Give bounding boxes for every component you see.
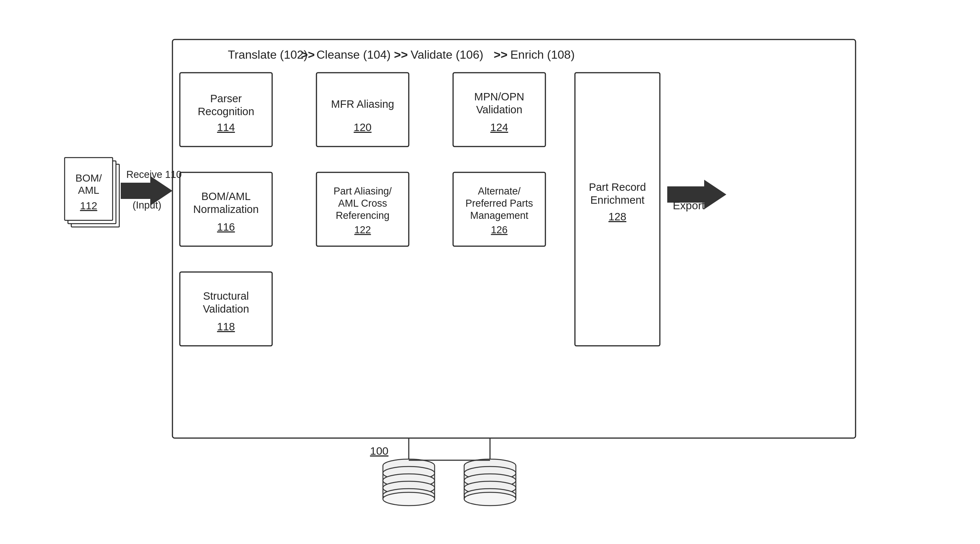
diagram-container: Translate (102) >> Cleanse (104) >> Vali…	[47, 32, 933, 512]
alt-parts-number: 126	[491, 224, 508, 235]
svg-point-48	[464, 492, 516, 506]
bom-number: 112	[80, 200, 97, 211]
svg-text:Management: Management	[470, 210, 528, 221]
svg-text:Preferred Parts: Preferred Parts	[465, 198, 533, 209]
main-diagram: Translate (102) >> Cleanse (104) >> Vali…	[47, 32, 933, 530]
part-record-title: Part Record	[589, 181, 646, 193]
bom-aml-norm-title: BOM/AML	[201, 190, 251, 202]
cleanse-label: Cleanse (104)	[317, 48, 391, 61]
svg-text:Referencing: Referencing	[336, 210, 390, 221]
enrich-label: Enrich (108)	[510, 48, 574, 61]
svg-text:>>: >>	[494, 48, 508, 61]
mfr-aliasing-title: MFR Aliasing	[331, 98, 395, 110]
mpn-opn-title: MPN/OPN	[474, 91, 524, 103]
part-record-number: 128	[609, 211, 626, 222]
part-aliasing-number: 122	[354, 224, 371, 235]
struct-val-number: 118	[217, 321, 235, 333]
svg-text:>>: >>	[301, 48, 315, 61]
svg-text:>>: >>	[394, 48, 408, 61]
svg-point-39	[383, 492, 434, 506]
bom-label: BOM/	[75, 172, 102, 184]
svg-text:Enrichment: Enrichment	[590, 194, 645, 206]
svg-rect-19	[575, 73, 660, 346]
bom-aml-norm-number: 116	[217, 221, 235, 233]
part-aliasing-title: Part Aliasing/	[333, 186, 392, 197]
export-label: Export	[673, 199, 705, 211]
receive-label: Receive 110	[126, 169, 182, 180]
svg-text:AML: AML	[78, 184, 99, 196]
struct-val-title: Structural	[203, 290, 249, 302]
system-number: 100	[370, 445, 388, 457]
svg-text:Validation: Validation	[203, 303, 249, 315]
svg-text:AML Cross: AML Cross	[338, 198, 387, 209]
mpn-opn-number: 124	[490, 121, 508, 133]
svg-rect-25	[121, 183, 150, 199]
receive-sub: (Input)	[132, 200, 161, 211]
svg-text:Validation: Validation	[476, 104, 522, 116]
mfr-aliasing-number: 120	[354, 121, 371, 133]
parser-recognition-title: Parser	[210, 93, 242, 105]
validate-label: Validate (106)	[410, 48, 484, 61]
svg-text:Recognition: Recognition	[197, 106, 254, 117]
alt-parts-title: Alternate/	[478, 186, 521, 197]
parser-recognition-number: 114	[217, 121, 235, 133]
translate-label: Translate (102)	[228, 48, 308, 61]
svg-text:Normalization: Normalization	[193, 203, 258, 215]
